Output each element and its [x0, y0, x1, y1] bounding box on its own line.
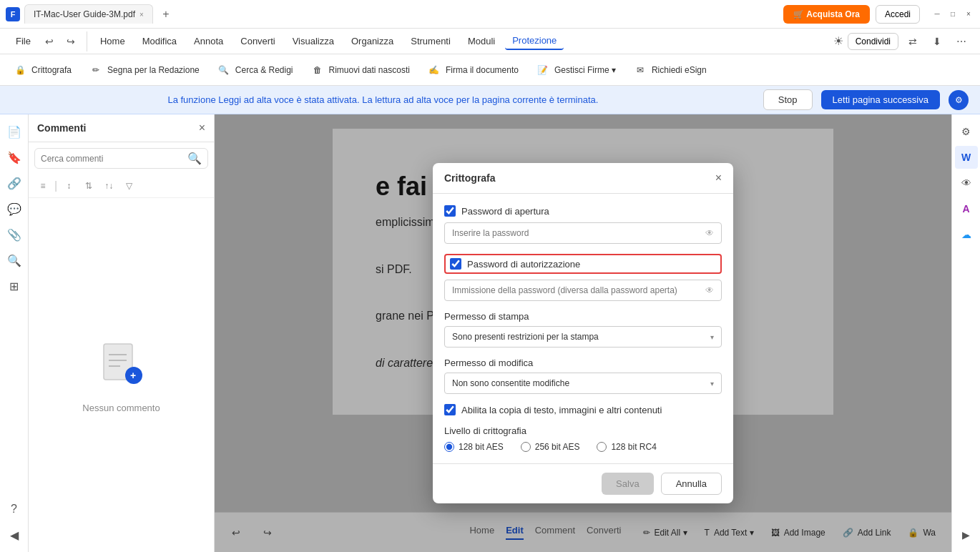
menu-converti[interactable]: Converti [233, 33, 282, 49]
permesso-modifica-dropdown[interactable]: Non sono consentite modifiche ▾ [444, 373, 722, 394]
password-autorizzazione-eye-icon[interactable]: 👁 [705, 285, 714, 295]
permesso-modifica-row: Permesso di modifica Non sono consentite… [444, 358, 722, 394]
right-word-icon[interactable]: W [955, 146, 978, 169]
toolbar-rimuovi[interactable]: 🗑 Rimuovi dati nascosti [306, 60, 414, 80]
filter-dropdown-icon[interactable]: ▽ [120, 177, 137, 194]
password-apertura-input[interactable] [452, 228, 705, 238]
toolbar-crittografa[interactable]: 🔒 Crittografa [9, 60, 76, 80]
salva-button[interactable]: Salva [602, 473, 654, 495]
toolbar-segna-label: Segna per la Redazione [107, 65, 200, 75]
menu-file[interactable]: File [9, 33, 38, 49]
sidebar-icon-collapse[interactable]: ◀ [3, 523, 26, 546]
abilita-copia-label: Abilita la copia di testo, immagini e al… [461, 405, 662, 415]
password-autorizzazione-input[interactable] [452, 285, 705, 295]
sidebar-icons: 📄 🔖 🔗 💬 📎 🔍 ⊞ ? ◀ [0, 114, 29, 552]
radio-128aes-input[interactable] [444, 442, 454, 452]
sidebar-icon-attachment[interactable]: 📎 [3, 223, 26, 246]
password-apertura-eye-icon[interactable]: 👁 [705, 228, 714, 238]
menu-home[interactable]: Home [93, 33, 132, 49]
app-tab[interactable]: IT-Mac-User Guide-3M.pdf × [24, 4, 153, 24]
redact-icon: ✏ [89, 63, 103, 77]
right-settings-icon[interactable]: ⚙ [955, 120, 978, 143]
menu-organizza[interactable]: Organizza [344, 33, 401, 49]
close-tab-button[interactable]: × [139, 11, 144, 19]
new-tab-button[interactable]: + [157, 6, 175, 23]
dialog-title: Crittografa [444, 172, 496, 184]
sidebar-icon-help[interactable]: ? [3, 498, 26, 521]
tab-label: IT-Mac-User Guide-3M.pdf [34, 9, 135, 19]
permesso-modifica-arrow: ▾ [710, 380, 714, 388]
menu-annota[interactable]: Annota [187, 33, 230, 49]
search-icon: 🔍 [187, 152, 202, 165]
title-bar: F IT-Mac-User Guide-3M.pdf × + 🛒 Acquist… [0, 0, 980, 29]
password-apertura-checkbox[interactable] [444, 205, 456, 217]
menu-visualizza[interactable]: Visualizza [285, 33, 341, 49]
radio-128aes: 128 bit AES [444, 442, 504, 452]
filter-sort2-icon[interactable]: ⇅ [80, 177, 97, 194]
right-a-icon[interactable]: A [955, 197, 978, 220]
stop-button[interactable]: Stop [763, 89, 813, 110]
right-eye-icon[interactable]: 👁 [955, 172, 978, 194]
menu-modifica[interactable]: Modifica [135, 33, 184, 49]
permesso-stampa-dropdown[interactable]: Sono presenti restrizioni per la stampa … [444, 326, 722, 348]
menu-moduli[interactable]: Moduli [461, 33, 502, 49]
maximize-button[interactable]: □ [947, 9, 959, 20]
dialog-close-button[interactable]: × [715, 172, 722, 184]
close-button[interactable]: × [963, 9, 974, 20]
permesso-modifica-value: Non sono consentite modifiche [452, 378, 569, 388]
filter-bar: ≡ | ↕ ⇅ ↑↓ ▽ [29, 174, 214, 198]
toolbar-crittografa-label: Crittografa [31, 65, 72, 75]
abilita-copia-checkbox[interactable] [444, 404, 456, 415]
settings-icon[interactable]: ⚙ [949, 90, 969, 110]
filter-sort-icon[interactable]: ↕ [60, 177, 77, 194]
next-page-button[interactable]: Letti pagina successiva [821, 90, 940, 109]
redo-button[interactable]: ↪ [61, 31, 81, 51]
annulla-button[interactable]: Annulla [661, 473, 722, 495]
livello-label: Livello di crittografia [444, 425, 722, 436]
sidebar-icon-layers[interactable]: ⊞ [3, 275, 26, 297]
toolbar-gestisci-label: Gestisci Firme ▾ [554, 65, 616, 75]
radio-256aes-input[interactable] [521, 442, 531, 452]
document-area: e fai in Word emplicissimo. si PDF. gran… [215, 114, 951, 552]
toolbar-richiedi[interactable]: ✉ Richiedi eSign [629, 60, 711, 80]
permesso-stampa-arrow: ▾ [710, 333, 714, 341]
password-apertura-row: Password di apertura 👁 [444, 205, 722, 244]
share-icon[interactable]: ⇄ [903, 31, 923, 51]
password-apertura-label: Password di apertura [461, 206, 549, 217]
acquista-button[interactable]: 🛒 Acquista Ora [783, 5, 870, 24]
radio-256aes: 256 bit AES [521, 442, 580, 452]
sidebar-icon-link[interactable]: 🔗 [3, 172, 26, 194]
encryption-section: Livello di crittografia 128 bit AES 256 … [444, 425, 722, 452]
brightness-icon[interactable]: ☀ [833, 34, 843, 48]
right-expand-icon[interactable]: ▶ [955, 523, 978, 546]
toolbar-gestisci[interactable]: 📝 Gestisci Firme ▾ [531, 60, 620, 80]
accedi-button[interactable]: Accedi [876, 5, 920, 24]
undo-button[interactable]: ↩ [39, 31, 59, 51]
empty-state: + Nessun commento [29, 198, 214, 552]
toolbar-segna[interactable]: ✏ Segna per la Redazione [84, 60, 204, 80]
more-options-icon[interactable]: ⋯ [951, 31, 971, 51]
sidebar-icon-page[interactable]: 📄 [3, 120, 26, 143]
search-bar: 🔍 [34, 148, 208, 169]
menu-protezione[interactable]: Protezione [505, 32, 564, 50]
search-comments-input[interactable] [41, 154, 183, 164]
minimize-button[interactable]: ─ [931, 9, 943, 20]
sidebar-icon-search[interactable]: 🔍 [3, 249, 26, 272]
download-icon[interactable]: ⬇ [927, 31, 947, 51]
sidebar-icon-comment[interactable]: 💬 [3, 197, 26, 220]
permesso-stampa-label: Permesso di stampa [444, 311, 722, 322]
panel-close-button[interactable]: × [199, 122, 205, 134]
password-autorizzazione-checkbox[interactable] [450, 258, 461, 270]
menu-strumenti[interactable]: Strumenti [403, 33, 458, 49]
toolbar-cerca-label: Cerca & Redigi [235, 65, 293, 75]
filter-sort3-icon[interactable]: ↑↓ [100, 177, 117, 194]
radio-128rc4-input[interactable] [597, 442, 607, 452]
toolbar-firma[interactable]: ✍ Firma il documento [423, 60, 523, 80]
toolbar-cerca[interactable]: 🔍 Cerca & Redigi [212, 60, 298, 80]
right-cloud-icon[interactable]: ☁ [955, 223, 978, 246]
filter-list-icon[interactable]: ≡ [34, 177, 52, 194]
toolbar-rimuovi-label: Rimuovi dati nascosti [329, 65, 410, 75]
sidebar-icon-bookmark[interactable]: 🔖 [3, 146, 26, 169]
password-apertura-field: 👁 [444, 222, 722, 244]
condividi-button[interactable]: Condividi [848, 33, 898, 50]
